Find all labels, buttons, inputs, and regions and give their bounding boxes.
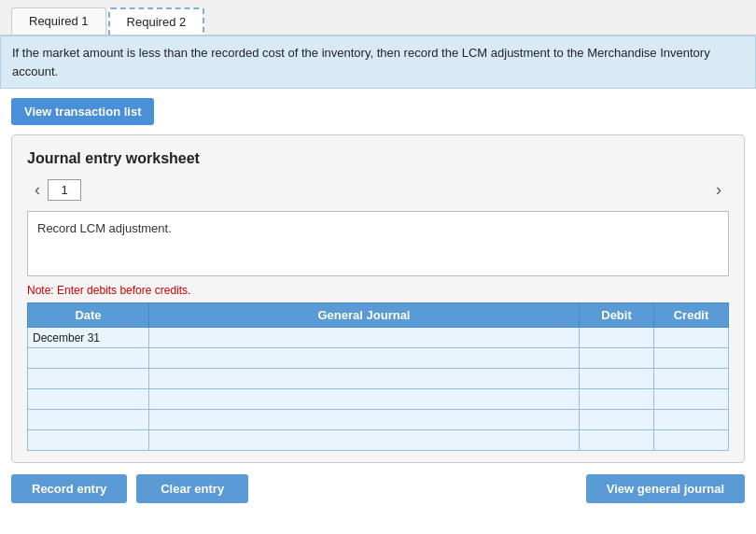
date-cell bbox=[28, 348, 149, 369]
credit-input[interactable] bbox=[654, 430, 728, 450]
journal-input[interactable] bbox=[149, 389, 579, 409]
description-text: Record LCM adjustment. bbox=[37, 221, 172, 235]
col-header-journal: General Journal bbox=[149, 303, 580, 328]
nav-row: ‹ 1 › bbox=[27, 178, 729, 202]
debit-input[interactable] bbox=[580, 410, 653, 429]
date-input[interactable] bbox=[28, 430, 148, 450]
view-general-journal-button[interactable]: View general journal bbox=[586, 474, 745, 503]
view-transaction-list-button[interactable]: View transaction list bbox=[11, 98, 154, 125]
note-text: Note: Enter debits before credits. bbox=[27, 284, 729, 297]
journal-cell bbox=[149, 369, 580, 389]
info-bar-text: If the market amount is less than the re… bbox=[12, 46, 710, 78]
tabs-bar: Required 1 Required 2 bbox=[0, 0, 756, 35]
debit-cell bbox=[580, 389, 654, 410]
description-box: Record LCM adjustment. bbox=[27, 211, 729, 276]
credit-input[interactable] bbox=[654, 369, 728, 388]
credit-cell bbox=[654, 348, 729, 369]
date-input[interactable] bbox=[28, 410, 148, 429]
table-row bbox=[28, 348, 729, 369]
table-row: December 31 bbox=[28, 328, 729, 348]
debit-cell bbox=[580, 410, 654, 430]
next-page-button[interactable]: › bbox=[708, 178, 729, 202]
record-entry-button[interactable]: Record entry bbox=[11, 474, 127, 503]
credit-input[interactable] bbox=[654, 410, 728, 429]
credit-input[interactable] bbox=[654, 348, 728, 368]
journal-cell bbox=[149, 410, 580, 430]
clear-entry-button[interactable]: Clear entry bbox=[136, 474, 248, 503]
info-bar: If the market amount is less than the re… bbox=[0, 35, 756, 89]
date-cell bbox=[28, 410, 149, 430]
tab-required1[interactable]: Required 1 bbox=[11, 7, 106, 35]
journal-input[interactable] bbox=[149, 328, 579, 347]
credit-cell bbox=[654, 369, 729, 389]
debit-input[interactable] bbox=[580, 369, 653, 388]
journal-cell bbox=[149, 328, 580, 348]
credit-cell bbox=[654, 328, 729, 348]
date-input[interactable] bbox=[28, 389, 148, 409]
tab-required2[interactable]: Required 2 bbox=[108, 7, 205, 35]
journal-cell bbox=[149, 430, 580, 451]
journal-input[interactable] bbox=[149, 348, 579, 368]
debit-cell bbox=[580, 369, 654, 389]
col-header-debit: Debit bbox=[580, 303, 654, 328]
col-header-date: Date bbox=[28, 303, 149, 328]
date-cell bbox=[28, 369, 149, 389]
debit-cell bbox=[580, 348, 654, 369]
journal-cell bbox=[149, 389, 580, 410]
table-row bbox=[28, 389, 729, 410]
page-number: 1 bbox=[48, 179, 81, 201]
table-row bbox=[28, 410, 729, 430]
debit-input[interactable] bbox=[580, 430, 653, 450]
credit-input[interactable] bbox=[654, 389, 728, 409]
debit-input[interactable] bbox=[580, 348, 653, 368]
col-header-credit: Credit bbox=[654, 303, 729, 328]
credit-cell bbox=[654, 410, 729, 430]
date-input[interactable] bbox=[28, 369, 148, 388]
credit-cell bbox=[654, 430, 729, 451]
date-input[interactable] bbox=[28, 348, 148, 368]
journal-table: Date General Journal Debit Credit Decemb… bbox=[27, 302, 729, 451]
journal-input[interactable] bbox=[149, 410, 579, 429]
table-row bbox=[28, 430, 729, 451]
table-row bbox=[28, 369, 729, 389]
bottom-buttons: Record entry Clear entry View general jo… bbox=[11, 474, 745, 503]
credit-input[interactable] bbox=[654, 328, 728, 347]
journal-cell bbox=[149, 348, 580, 369]
journal-input[interactable] bbox=[149, 430, 579, 450]
journal-card: Journal entry worksheet ‹ 1 › Record LCM… bbox=[11, 134, 745, 463]
debit-cell bbox=[580, 430, 654, 451]
journal-title: Journal entry worksheet bbox=[27, 150, 729, 167]
date-cell: December 31 bbox=[28, 328, 149, 348]
prev-page-button[interactable]: ‹ bbox=[27, 178, 48, 202]
debit-input[interactable] bbox=[580, 328, 653, 347]
debit-input[interactable] bbox=[580, 389, 653, 409]
date-cell bbox=[28, 430, 149, 451]
credit-cell bbox=[654, 389, 729, 410]
journal-input[interactable] bbox=[149, 369, 579, 388]
date-cell bbox=[28, 389, 149, 410]
debit-cell bbox=[580, 328, 654, 348]
